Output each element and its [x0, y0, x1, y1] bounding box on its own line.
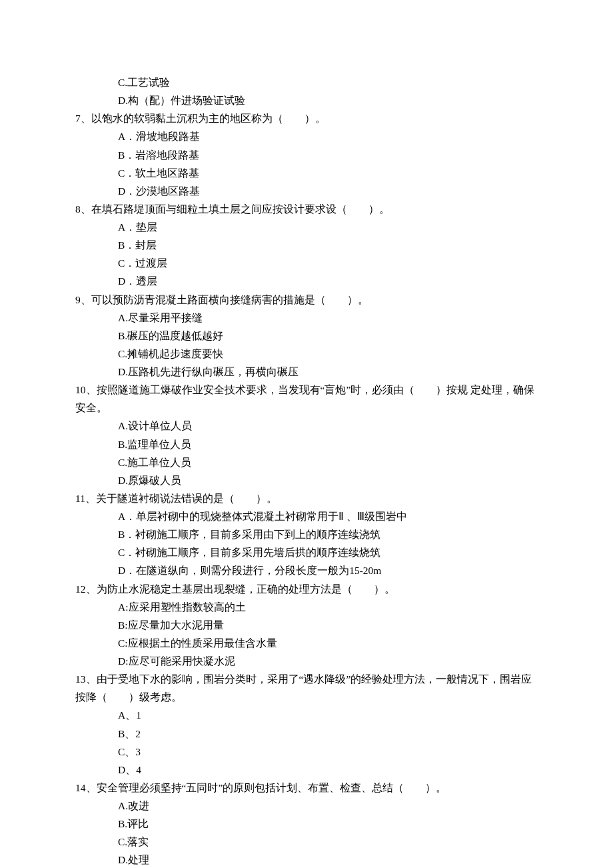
option-line: A．单层衬砌中的现烧整体式混凝土衬砌常用于Ⅱ 、Ⅲ级围岩中	[75, 507, 538, 525]
option-line: A.尽量采用平接缝	[75, 309, 538, 327]
option-line: B．衬砌施工顺序，目前多采用由下到上的顺序连续浇筑	[75, 525, 538, 543]
option-line: B、2	[75, 725, 538, 743]
question-number: 7	[75, 113, 81, 124]
option-line: C、3	[75, 743, 538, 761]
option-line: B.评比	[75, 815, 538, 833]
question-number: 10	[75, 384, 86, 395]
option-line: C．软土地区路基	[75, 164, 538, 182]
question-number: 11	[75, 493, 85, 504]
question-text: 以饱水的软弱黏土沉积为主的地区称为（ ）。	[91, 113, 326, 124]
option-line: C:应根据土的性质采用最佳含水量	[75, 634, 538, 652]
option-line: A.设计单位人员	[75, 417, 538, 435]
option-line: B.碾压的温度越低越好	[75, 327, 538, 345]
option-line: D．在隧道纵向，则需分段进行，分段长度一般为15-20m	[75, 561, 538, 579]
question-number: 12	[75, 583, 86, 595]
question-number: 9	[75, 294, 81, 305]
option-line: D.处理	[75, 851, 538, 868]
option-line: D、4	[75, 761, 538, 779]
option-line: B．岩溶地段路基	[75, 146, 538, 164]
question-text: 关于隧道衬砌说法错误的是（ ）。	[96, 493, 277, 504]
option-line: A．垫层	[75, 218, 538, 236]
question-stem: 11、关于隧道衬砌说法错误的是（ ）。	[75, 489, 538, 507]
exam-page: C.工艺试验 D.构（配）件进场验证试验 7、以饱水的软弱黏土沉积为主的地区称为…	[0, 0, 613, 868]
question-stem: 13、由于受地下水的影响，围岩分类时，采用了“遇水降级”的经验处理方法，一般情况…	[75, 670, 538, 706]
question-stem: 9、可以预防沥青混凝土路面横向接缝病害的措施是（ ）。	[75, 291, 538, 309]
option-line: C.工艺试验	[75, 73, 538, 91]
question-stem: 8、在填石路堤顶面与细粒土填土层之间应按设计要求设（ ）。	[75, 200, 538, 218]
question-text: 为防止水泥稳定土基层出现裂缝，正确的处理方法是（ ）。	[97, 583, 395, 595]
question-text: 按照隧道施工爆破作业安全技术要求，当发现有“盲炮”时，必须由（ ）按规 定处理，…	[75, 384, 534, 413]
question-stem: 10、按照隧道施工爆破作业安全技术要求，当发现有“盲炮”时，必须由（ ）按规 定…	[75, 381, 538, 417]
question-text: 安全管理必须坚持“五同时”的原则包括计划、布置、检查、总结（ ）。	[97, 782, 447, 793]
option-line: A、1	[75, 706, 538, 724]
question-text: 可以预防沥青混凝土路面横向接缝病害的措施是（ ）。	[91, 294, 368, 305]
option-line: B.监理单位人员	[75, 435, 538, 453]
option-line: C.施工单位人员	[75, 453, 538, 471]
option-line: C.摊铺机起步速度要快	[75, 345, 538, 363]
option-line: C．衬砌施工顺序，目前多采用先墙后拱的顺序连续烧筑	[75, 543, 538, 561]
option-line: D.原爆破人员	[75, 471, 538, 489]
question-number: 14	[75, 782, 86, 793]
option-line: D.构（配）件进场验证试验	[75, 91, 538, 109]
question-text: 在填石路堤顶面与细粒土填土层之间应按设计要求设（ ）。	[91, 203, 390, 215]
option-line: A:应采用塑性指数较高的土	[75, 598, 538, 616]
question-number: 8	[75, 203, 81, 215]
option-line: D:应尽可能采用快凝水泥	[75, 652, 538, 670]
question-stem: 7、以饱水的软弱黏土沉积为主的地区称为（ ）。	[75, 109, 538, 127]
option-line: C．过渡层	[75, 254, 538, 272]
option-line: B．封层	[75, 236, 538, 254]
question-text: 由于受地下水的影响，围岩分类时，采用了“遇水降级”的经验处理方法，一般情况下，围…	[75, 673, 532, 703]
question-number: 13	[75, 673, 86, 685]
question-stem: 12、为防止水泥稳定土基层出现裂缝，正确的处理方法是（ ）。	[75, 580, 538, 598]
option-line: D.压路机先进行纵向碾压，再横向碾压	[75, 363, 538, 381]
option-line: A.改进	[75, 797, 538, 815]
option-line: B:应尽量加大水泥用量	[75, 616, 538, 634]
option-line: D．透层	[75, 272, 538, 290]
option-line: D．沙漠地区路基	[75, 182, 538, 200]
option-line: A．滑坡地段路基	[75, 127, 538, 145]
option-line: C.落实	[75, 833, 538, 851]
question-stem: 14、安全管理必须坚持“五同时”的原则包括计划、布置、检查、总结（ ）。	[75, 779, 538, 797]
